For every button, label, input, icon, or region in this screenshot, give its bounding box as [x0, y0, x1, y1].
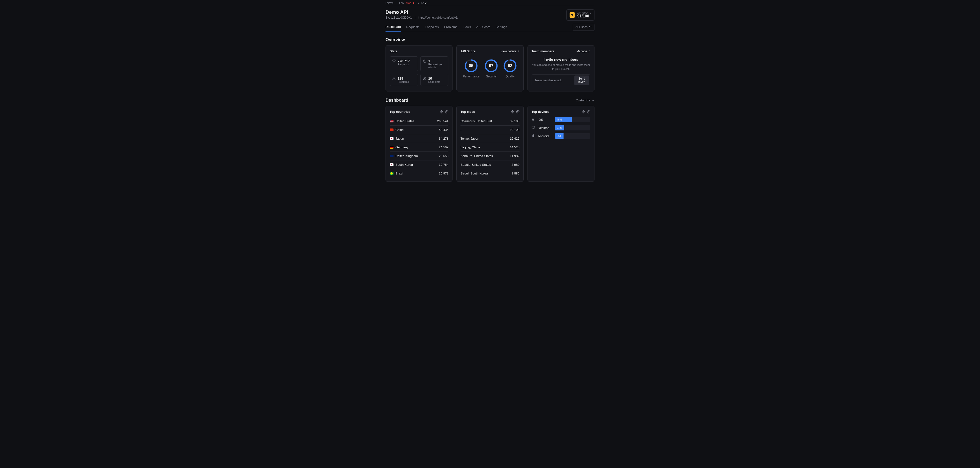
tab-endpoints[interactable]: Endpoints [425, 23, 439, 32]
android-icon [531, 134, 536, 138]
stat-value: 10 [428, 76, 440, 80]
api-score-card: API Score View details ↗ 85 Performance … [457, 45, 523, 91]
stats-card: Stats 778 717 Requests 1 Request per min… [385, 45, 452, 91]
desktop-icon [531, 126, 536, 130]
device-bar: 25% [555, 133, 590, 138]
city-name: Seoul, South Korea [460, 172, 488, 175]
country-name: Japan [395, 137, 404, 140]
stat-label: Request per minute [428, 63, 446, 69]
table-row[interactable]: Tokyo, Japan 16 426 [460, 134, 519, 143]
close-icon[interactable] [445, 110, 449, 113]
api-url[interactable]: https://demo.treblle.com/api/v1/ [418, 16, 458, 19]
table-row[interactable]: , 19 193 [460, 126, 519, 134]
tab-requests[interactable]: Requests [406, 23, 420, 32]
layers-icon [423, 77, 426, 81]
alert-icon [392, 77, 396, 81]
country-value: 263 544 [431, 117, 449, 126]
device-bar: 48% [555, 117, 590, 122]
cities-title: Top cities [460, 110, 475, 113]
device-pct: 25% [557, 133, 562, 138]
table-row[interactable]: Germany 24 507 [390, 143, 449, 152]
tab-settings[interactable]: Settings [496, 23, 507, 32]
country-name: Germany [395, 145, 408, 149]
framework-logo: Laravel [385, 2, 396, 4]
tab-api-score[interactable]: API Score [476, 23, 490, 32]
country-name: Brazil [395, 172, 403, 175]
api-score-badge[interactable]: API SCORE 91/100 [566, 10, 595, 21]
tab-problems[interactable]: Problems [444, 23, 457, 32]
device-row: Desktop 27% [531, 125, 590, 131]
device-pct: 27% [557, 125, 562, 131]
move-icon[interactable] [582, 110, 585, 113]
stat-label: Requests [398, 63, 410, 66]
svg-text:92: 92 [508, 64, 512, 68]
stat-label: Problems [398, 80, 409, 83]
stats-title: Stats [390, 49, 398, 53]
device-row: Android 25% [531, 133, 590, 138]
country-value: 34 278 [431, 134, 449, 143]
stat-tile: 1 Request per minute [420, 56, 449, 72]
country-name: South Korea [395, 163, 413, 167]
view-details-link[interactable]: View details ↗ [501, 49, 520, 53]
manage-link[interactable]: Manage ↗ [577, 49, 590, 53]
stat-label: Endpoints [428, 80, 440, 83]
table-row[interactable]: Brazil 16 972 [390, 169, 449, 178]
invite-email-input[interactable] [533, 75, 573, 85]
tab-flows[interactable]: Flows [463, 23, 471, 32]
close-icon[interactable] [587, 110, 590, 113]
city-value: 16 426 [506, 134, 520, 143]
city-name: Columbus, United Stat [460, 119, 492, 123]
table-row[interactable]: China 59 436 [390, 126, 449, 134]
top-cities-card: Top cities Columbus, United Stat 32 180,… [457, 106, 523, 182]
flag-icon [390, 172, 393, 175]
env-label: ENV: [399, 2, 405, 4]
api-id: BygdzSo2L0Ol2OKu [385, 16, 412, 19]
trophy-icon [570, 12, 575, 18]
table-row[interactable]: Ashburn, United States 11 982 [460, 152, 519, 161]
api-docs-label: API Docs [575, 25, 587, 29]
table-row[interactable]: Seattle, United States 8 980 [460, 161, 519, 169]
clock-icon [423, 59, 426, 64]
stat-value: 778 717 [398, 59, 410, 63]
svg-text:97: 97 [489, 64, 493, 68]
page-title: Demo API [385, 10, 458, 15]
close-icon[interactable] [516, 110, 520, 113]
stat-tile: 10 Endpoints [420, 74, 449, 86]
table-row[interactable]: United Kingdom 20 658 [390, 152, 449, 161]
view-details-label: View details [501, 49, 516, 53]
send-invite-button[interactable]: Send invite [574, 75, 589, 85]
score-label: API SCORE [578, 12, 591, 14]
table-row[interactable]: Columbus, United Stat 32 180 [460, 117, 519, 126]
country-value: 20 658 [431, 152, 449, 161]
move-icon[interactable] [511, 110, 514, 113]
table-row[interactable]: Beijing, China 14 525 [460, 143, 519, 152]
nav-tabs: DashboardRequestsEndpointsProblemsFlowsA… [385, 22, 595, 32]
country-name: United States [395, 119, 414, 123]
customize-button[interactable]: Customize → [576, 99, 595, 102]
country-value: 59 436 [431, 126, 449, 134]
flag-icon [390, 129, 393, 131]
table-row[interactable]: Seoul, South Korea 8 886 [460, 169, 519, 178]
team-members-card: Team members Manage ↗ Invite new members… [528, 45, 595, 91]
devices-title: Top devices [531, 110, 549, 113]
stat-value: 1 [428, 59, 446, 63]
score-ring-security: 97 Security [484, 59, 498, 78]
top-countries-card: Top countries United States 263 544 Chin… [385, 106, 452, 182]
flag-icon [390, 146, 393, 148]
ring-label: Performance [463, 75, 480, 78]
score-ring-quality: 92 Quality [503, 59, 517, 78]
table-row[interactable]: South Korea 19 754 [390, 161, 449, 169]
city-name: , [460, 128, 461, 132]
svg-text:Laravel: Laravel [385, 2, 393, 4]
env-status-dot [413, 2, 414, 4]
invite-desc: You can add one or more e-mails and invi… [531, 63, 590, 71]
api-docs-button[interactable]: API Docs [573, 24, 595, 31]
stat-tile: 778 717 Requests [390, 56, 418, 72]
table-row[interactable]: Japan 34 278 [390, 134, 449, 143]
tab-dashboard[interactable]: Dashboard [385, 22, 401, 32]
invite-heading: Invite new members [531, 57, 590, 62]
country-value: 16 972 [431, 169, 449, 178]
city-value: 19 193 [506, 126, 520, 134]
move-icon[interactable] [440, 110, 443, 113]
table-row[interactable]: United States 263 544 [390, 117, 449, 126]
